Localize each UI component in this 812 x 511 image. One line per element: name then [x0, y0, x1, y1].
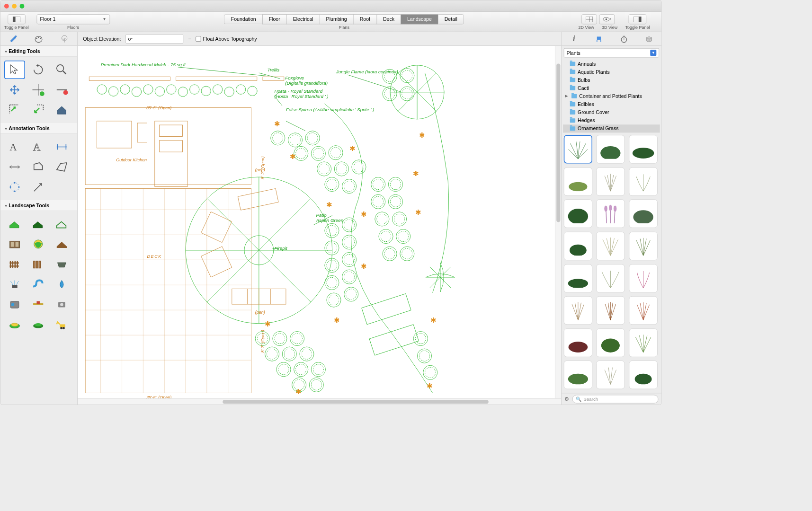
minimize-button[interactable]: [12, 4, 17, 9]
zoom-tool[interactable]: [51, 61, 72, 79]
rotate-tool[interactable]: [28, 61, 49, 79]
fence-tool[interactable]: [4, 255, 25, 273]
maximize-button[interactable]: [20, 4, 25, 9]
plant-thumb[interactable]: [596, 264, 625, 292]
hammer-tool-icon[interactable]: [8, 34, 18, 44]
plant-thumb[interactable]: [629, 200, 657, 228]
float-above-checkbox[interactable]: [196, 36, 201, 41]
view-2d-button[interactable]: [581, 14, 597, 24]
terrain-outline-tool[interactable]: [51, 215, 72, 233]
crosshair-add-tool[interactable]: [28, 80, 49, 99]
plant-thumb[interactable]: [564, 232, 592, 260]
text-tool[interactable]: A: [4, 138, 25, 156]
plant-thumb[interactable]: [564, 135, 592, 163]
window-tool[interactable]: [4, 235, 25, 253]
roof-tool[interactable]: [51, 235, 72, 253]
pan-tool[interactable]: [4, 80, 25, 99]
plant-thumb[interactable]: [629, 361, 657, 389]
palette-icon[interactable]: [34, 34, 44, 44]
cat-ornamental-grass[interactable]: Ornamental Grass: [563, 124, 660, 132]
globe-tool[interactable]: [28, 235, 49, 253]
library-search-input[interactable]: 🔍 Search: [572, 395, 659, 403]
meter-tool[interactable]: [51, 295, 72, 313]
terrain-dark-tool[interactable]: [28, 215, 49, 233]
cat-cacti[interactable]: Cacti: [563, 84, 660, 92]
stepper-icon[interactable]: ≡: [188, 36, 191, 42]
plant-thumb[interactable]: [564, 264, 592, 292]
plant-thumb[interactable]: [629, 232, 657, 260]
fence2-tool[interactable]: [28, 255, 49, 273]
cat-hedges[interactable]: Hedges: [563, 116, 660, 124]
line-delete-tool[interactable]: [51, 80, 72, 99]
plant-thumb[interactable]: [596, 200, 625, 228]
plant-thumb[interactable]: [629, 264, 657, 292]
terrain-tool[interactable]: [4, 215, 25, 233]
object-elevation-input[interactable]: [125, 34, 183, 44]
contour-tool[interactable]: [4, 315, 25, 334]
plant-thumb[interactable]: [564, 167, 592, 195]
float-above-checkbox-label[interactable]: Float Above Topography: [196, 36, 257, 42]
pipe-tool[interactable]: [28, 275, 49, 293]
measure-tool[interactable]: [4, 158, 25, 176]
canvas-area[interactable]: ✱ ✱ ✱ ✱ ✱ ✱ ✱ ✱ ✱ ✱ ✱ ✱ ✱ ✱ Premium Dark…: [78, 46, 561, 405]
floor-selector[interactable]: Floor 1 ▼: [36, 14, 110, 24]
landscape-tools-header[interactable]: Landscape Tools: [0, 200, 77, 211]
plan-foundation[interactable]: Foundation: [224, 14, 262, 24]
box-icon[interactable]: [644, 34, 654, 44]
plan-landscape[interactable]: Landscape: [401, 14, 438, 24]
plan-floor[interactable]: Floor: [262, 14, 286, 24]
plant-thumb[interactable]: [564, 296, 592, 325]
corner-in-tool[interactable]: [4, 101, 25, 119]
plan-detail[interactable]: Detail: [438, 14, 464, 24]
sprinkler-tool[interactable]: [4, 275, 25, 293]
plant-thumb[interactable]: [596, 232, 625, 260]
info-icon[interactable]: i: [569, 34, 579, 44]
drop-tool[interactable]: [51, 275, 72, 293]
chair-icon[interactable]: [594, 34, 604, 44]
plant-thumb[interactable]: [564, 200, 592, 228]
horizontal-scrollbar[interactable]: [78, 398, 561, 405]
plant-thumb[interactable]: [596, 361, 625, 389]
toggle-panel-right-button[interactable]: [629, 14, 646, 24]
cat-container[interactable]: ▶Container and Potted Plants: [563, 92, 660, 100]
plant-thumb[interactable]: [564, 361, 592, 389]
controller-tool[interactable]: [4, 295, 25, 313]
plan-roof[interactable]: Roof: [353, 14, 376, 24]
circle-nodes-tool[interactable]: [4, 178, 25, 196]
plant-thumb[interactable]: [629, 296, 657, 325]
arrow-tool[interactable]: [28, 178, 49, 196]
plant-thumb[interactable]: [596, 135, 625, 163]
corner-out-tool[interactable]: [28, 101, 49, 119]
plant-thumb[interactable]: [629, 328, 657, 357]
plant-thumb[interactable]: [629, 167, 657, 195]
plant-thumb[interactable]: [596, 296, 625, 325]
annotation-tools-header[interactable]: Annotation Tools: [0, 123, 77, 134]
tree-library-icon[interactable]: [59, 34, 69, 44]
plant-thumb[interactable]: [629, 135, 657, 163]
plan-electrical[interactable]: Electrical: [286, 14, 320, 24]
plant-thumb[interactable]: [564, 328, 592, 357]
editing-tools-header[interactable]: Editing Tools: [0, 46, 77, 57]
gear-icon[interactable]: ⚙: [564, 396, 569, 402]
perspective-tool[interactable]: [51, 158, 72, 176]
text-outline-tool[interactable]: A: [28, 138, 49, 156]
area-tool[interactable]: [28, 158, 49, 176]
contour2-tool[interactable]: [28, 315, 49, 334]
cat-bulbs[interactable]: Bulbs: [563, 76, 660, 84]
cat-aquatic[interactable]: Aquatic Plants: [563, 68, 660, 76]
cat-annuals[interactable]: Annuals: [563, 60, 660, 68]
library-selector[interactable]: Plants ▼: [564, 48, 659, 58]
cat-groundcover[interactable]: Ground Cover: [563, 108, 660, 116]
excavator-tool[interactable]: [51, 315, 72, 334]
vertical-scrollbar[interactable]: [555, 46, 561, 398]
select-tool[interactable]: [4, 61, 25, 79]
toggle-panel-left-button[interactable]: [8, 14, 25, 24]
cat-edibles[interactable]: Edibles: [563, 100, 660, 108]
close-button[interactable]: [4, 4, 9, 9]
plant-thumb[interactable]: [596, 328, 625, 357]
view-3d-button[interactable]: [599, 14, 615, 24]
timer-icon[interactable]: [619, 34, 629, 44]
plan-plumbing[interactable]: Plumbing: [320, 14, 353, 24]
plan-deck[interactable]: Deck: [376, 14, 401, 24]
planter-tool[interactable]: [51, 255, 72, 273]
